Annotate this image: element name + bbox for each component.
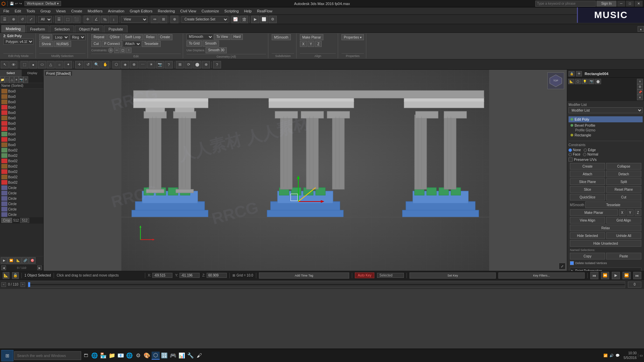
list-item[interactable]: Circle xyxy=(0,201,43,206)
tl-prev-btn[interactable]: < xyxy=(1,282,6,287)
list-item[interactable]: Circle xyxy=(0,190,43,196)
tb2-weld[interactable]: ⬤ xyxy=(193,61,201,68)
list-item[interactable]: Circle xyxy=(0,185,43,190)
anim-next-btn[interactable]: ⏩ xyxy=(623,272,631,279)
rp-icon-1[interactable]: 📐 xyxy=(568,79,574,84)
align-x-btn[interactable]: X xyxy=(300,41,307,47)
tb2-primitives[interactable]: ⬡ xyxy=(112,61,120,68)
unhide-all-btn[interactable]: Unhide All xyxy=(606,232,641,239)
modifier-edit-poly[interactable]: Edit Poly xyxy=(569,116,643,122)
radio-edge[interactable]: Edge xyxy=(584,148,596,152)
spinner-snap[interactable]: ↕ xyxy=(110,16,118,23)
tb2-insert[interactable]: ⊕ xyxy=(202,61,210,68)
left-icon-scene[interactable]: 📁 xyxy=(0,76,5,83)
paint-deformation-row[interactable]: ▶ Paint Deformation xyxy=(570,267,641,271)
delete-isolated-checkbox[interactable] xyxy=(570,261,574,265)
task-icon-view[interactable]: 🗔 xyxy=(82,352,90,360)
window-crossing[interactable]: ⬛ xyxy=(72,16,80,23)
list-item[interactable]: Box02 xyxy=(0,153,43,158)
qslice-btn[interactable]: QSlice xyxy=(107,34,122,40)
menu-realflow[interactable]: RealFlow xyxy=(254,7,275,14)
quick-access-undo[interactable]: ↩ xyxy=(15,2,18,5)
mode-btn-4[interactable]: 🔗 xyxy=(22,257,29,264)
tb2-snap[interactable]: ✛ xyxy=(75,61,83,68)
constraint-face-btn[interactable]: ◻ xyxy=(120,48,125,53)
create-btn-rp[interactable]: Create xyxy=(570,163,605,170)
status-icon-2[interactable]: 🔒 xyxy=(12,272,19,279)
rph-eye-btn[interactable]: 👁 xyxy=(576,71,582,76)
menu-customize[interactable]: Customize xyxy=(199,7,222,14)
status-icon-1[interactable]: 📐 xyxy=(3,272,9,279)
menu-animation[interactable]: Animation xyxy=(105,7,127,14)
menu-file[interactable]: File xyxy=(1,7,12,14)
anim-prev-btn[interactable]: ⏪ xyxy=(601,272,609,279)
viewport[interactable]: Front [Shaded] TOP RRCG 人人素材 RRCG 人人素材 R… xyxy=(44,70,567,271)
rph-lock-btn[interactable]: 🔒 xyxy=(569,71,575,76)
left-icon-cameras[interactable]: 📷 xyxy=(19,76,23,83)
tray-network[interactable]: 📶 xyxy=(603,354,607,357)
tray-show-desktop[interactable]: ▭ xyxy=(638,354,643,357)
left-icon-helpers[interactable]: ? xyxy=(23,76,28,83)
mode-btn-3[interactable]: 📐 xyxy=(15,257,21,264)
percent-snap[interactable]: % xyxy=(101,16,109,23)
reset-plane-btn[interactable]: Reset Plane xyxy=(606,186,641,193)
list-item[interactable]: Box0 xyxy=(0,99,43,105)
layer-mgr[interactable]: ⊕ xyxy=(170,16,178,23)
radio-none[interactable]: None xyxy=(569,148,581,152)
list-item[interactable]: Box02 xyxy=(0,174,43,180)
attach-dropdown[interactable]: Attach xyxy=(123,41,141,47)
task-icon-chrome[interactable]: 🌐 xyxy=(125,352,133,360)
p-connect-btn[interactable]: P Connect xyxy=(102,41,122,47)
menu-tools[interactable]: Tools xyxy=(24,7,38,14)
repeat-btn[interactable]: Repeat xyxy=(91,34,107,40)
task-icon-store[interactable]: 🏪 xyxy=(99,352,107,360)
cut-btn[interactable]: Cut xyxy=(91,41,101,47)
tb2-compound[interactable]: ⊕ xyxy=(130,61,138,68)
rp-icon-3[interactable]: 💡 xyxy=(582,79,588,84)
angle-snap[interactable]: ∠ xyxy=(92,16,100,23)
constraint-normal-btn[interactable]: ↑ xyxy=(126,48,131,53)
render-settings[interactable]: ⚙ xyxy=(269,16,277,23)
list-item[interactable]: Circle xyxy=(0,206,43,212)
tesselate-btn-rp[interactable]: Tesselate xyxy=(585,201,641,208)
tb2-cylinder[interactable]: ⬭ xyxy=(38,61,46,68)
rp-icon-expand[interactable]: ≡ xyxy=(637,79,643,84)
detach-btn[interactable]: Detach xyxy=(606,171,641,177)
tb2-torus[interactable]: ○ xyxy=(55,61,63,68)
tb2-display[interactable]: 👁 xyxy=(9,61,17,68)
task-icon-photos[interactable]: 📁 xyxy=(108,352,116,360)
render-btn[interactable]: ▶ xyxy=(251,16,259,23)
tb2-orbit[interactable]: ↺ xyxy=(84,61,92,68)
ribbon-tab-selection[interactable]: Selection xyxy=(50,25,74,33)
list-item[interactable]: Box0 xyxy=(0,126,43,131)
tray-volume[interactable]: 🔊 xyxy=(609,354,613,357)
task-icon-ue4[interactable]: 🎮 xyxy=(169,352,177,360)
tb2-extended[interactable]: ◈ xyxy=(121,61,129,68)
list-item[interactable]: Box0 xyxy=(0,142,43,147)
list-item[interactable]: Box0 xyxy=(0,94,43,99)
search-input[interactable] xyxy=(535,1,596,7)
tb2-star[interactable]: ✦ xyxy=(64,61,72,68)
select-by-name[interactable]: ☰ xyxy=(55,16,63,23)
left-icon-shapes[interactable]: △ xyxy=(9,76,14,83)
snap-toggle[interactable]: ✛ xyxy=(84,16,92,23)
rp-icon-5[interactable]: ⬤ xyxy=(595,79,601,84)
render-frame[interactable]: ⬜ xyxy=(260,16,268,23)
constraint-none-btn[interactable]: ○ xyxy=(108,48,113,53)
make-planar-btn[interactable]: Make Planar xyxy=(300,34,323,40)
list-item[interactable]: Box0 xyxy=(0,110,43,115)
task-icon-maya[interactable]: 📊 xyxy=(178,352,186,360)
set-key-btn[interactable]: Set Key xyxy=(410,273,496,279)
list-item[interactable]: Box0 xyxy=(0,105,43,110)
tb2-help[interactable]: ? xyxy=(213,61,221,68)
tb2-select[interactable]: ↖ xyxy=(1,61,9,68)
ribbon-tab-populate[interactable]: Populate xyxy=(104,25,127,33)
timeline-thumb[interactable] xyxy=(28,282,30,287)
y-btn-rp[interactable]: Y xyxy=(627,209,634,216)
ribbon-expand-btn[interactable]: ▴ xyxy=(638,26,644,33)
schematic[interactable]: 🕸 xyxy=(240,16,248,23)
tb2-helpers[interactable]: ? xyxy=(165,61,173,68)
tab-display[interactable]: Display xyxy=(22,70,44,76)
preserve-uvs-checkbox[interactable] xyxy=(569,158,573,162)
crop-size-input[interactable]: 512 xyxy=(20,218,29,223)
